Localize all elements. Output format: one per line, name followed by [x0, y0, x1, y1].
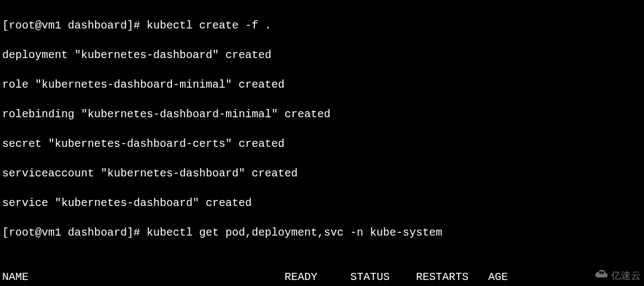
terminal[interactable]: [root@vm1 dashboard]# kubectl create -f … — [0, 0, 644, 286]
shell-prompt: [root@vm1 dashboard]# — [2, 226, 147, 239]
output-line: deployment "kubernetes-dashboard" create… — [2, 48, 642, 62]
pods-header: NAME READY STATUS RESTARTS AGE — [2, 270, 642, 284]
prompt-line-1: [root@vm1 dashboard]# kubectl create -f … — [2, 18, 642, 33]
output-line: serviceaccount "kubernetes-dashboard" cr… — [2, 166, 642, 181]
prompt-line-2: [root@vm1 dashboard]# kubectl get pod,de… — [2, 225, 642, 240]
output-line: secret "kubernetes-dashboard-certs" crea… — [2, 136, 642, 151]
output-line: service "kubernetes-dashboard" created — [2, 196, 642, 210]
output-line: role "kubernetes-dashboard-minimal" crea… — [2, 77, 642, 92]
command-text: kubectl create -f . — [147, 19, 271, 32]
shell-prompt: [root@vm1 dashboard]# — [2, 19, 147, 32]
command-text: kubectl get pod,deployment,svc -n kube-s… — [147, 226, 442, 239]
output-line: rolebinding "kubernetes-dashboard-minima… — [2, 107, 642, 122]
